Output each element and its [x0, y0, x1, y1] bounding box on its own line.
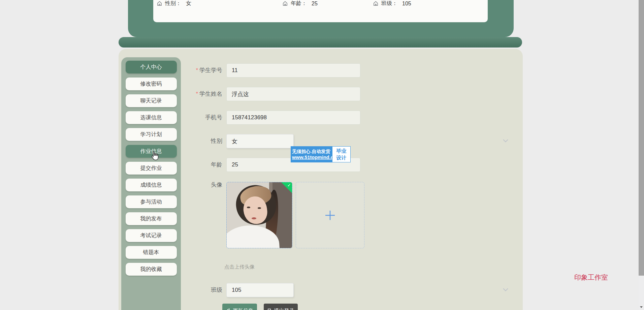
field-row-gender: 性别 女: [172, 134, 294, 148]
avatar-label: 头像: [172, 178, 222, 192]
house-icon: [157, 1, 162, 6]
watermark-text-block: 无须担心.自动发货 www.51topmind.com: [291, 146, 332, 162]
arrow-down-icon: [640, 306, 643, 308]
watermark-badge: 毕业设计: [332, 146, 351, 162]
profile-summary-row: 性别： 女 年龄： 25 班级： 105: [153, 0, 488, 7]
phone-label: 手机号: [172, 111, 222, 125]
sidebar: 个人中心 修改密码 聊天记录 选课信息 学习计划 作业信息 提交作业 成绩信息 …: [121, 57, 181, 310]
chevron-down-icon[interactable]: [503, 139, 509, 143]
sidebar-item-homework-info[interactable]: 作业信息: [126, 145, 177, 158]
watermark-ad: 无须担心.自动发货 www.51topmind.com 毕业设计: [291, 146, 351, 162]
house-icon: [373, 1, 379, 6]
sidebar-item-exam-records[interactable]: 考试记录: [126, 229, 177, 242]
summary-gender-label: 性别：: [165, 0, 181, 7]
sidebar-item-course-selection[interactable]: 选课信息: [126, 111, 177, 124]
gender-select[interactable]: 女: [226, 134, 294, 148]
sidebar-item-study-plan[interactable]: 学习计划: [126, 128, 177, 141]
header-base-bar: [119, 37, 522, 48]
house-icon: [282, 1, 288, 6]
age-label: 年龄: [172, 158, 222, 172]
field-row-class: 班级 105: [172, 283, 294, 297]
sidebar-item-activities[interactable]: 参与活动: [126, 195, 177, 208]
sidebar-item-grades-info[interactable]: 成绩信息: [126, 179, 177, 191]
sidebar-item-wrong-questions[interactable]: 错题本: [126, 246, 177, 259]
sidebar-item-submit-homework[interactable]: 提交作业: [126, 162, 177, 175]
chevron-down-icon[interactable]: [503, 288, 509, 292]
avatar-uploaded-photo[interactable]: ✓: [226, 182, 292, 248]
field-row-phone: 手机号 15874123698: [172, 111, 360, 125]
gender-label: 性别: [172, 134, 222, 148]
field-row-student-name: *学生姓名 浮点这: [172, 87, 360, 101]
student-name-label: *学生姓名: [172, 87, 222, 101]
sidebar-item-my-posts[interactable]: 我的发布: [126, 212, 177, 225]
field-row-avatar: 头像: [172, 178, 222, 192]
studio-label: 印象工作室: [574, 273, 608, 282]
avatar-upload-slot[interactable]: [296, 182, 364, 248]
sidebar-item-chat-records[interactable]: 聊天记录: [126, 94, 177, 107]
summary-gender: 性别： 女: [157, 0, 191, 7]
required-asterisk: *: [196, 67, 198, 73]
watermark-line1: 无须担心.自动发货: [292, 149, 331, 155]
upload-hint-text: 点击上传头像: [224, 264, 255, 270]
class-label: 班级: [172, 283, 222, 297]
phone-input[interactable]: 15874123698: [226, 111, 360, 125]
watermark-url: www.51topmind.com: [292, 155, 331, 160]
check-icon: ✓: [287, 183, 291, 188]
summary-class: 班级： 105: [373, 0, 411, 7]
class-select[interactable]: 105: [226, 283, 294, 297]
summary-class-label: 班级：: [381, 0, 397, 7]
field-row-student-id: *学生学号 11: [172, 63, 360, 78]
refresh-icon: [226, 308, 231, 310]
student-name-input[interactable]: 浮点这: [226, 87, 360, 101]
summary-age-value: 25: [312, 1, 318, 7]
student-id-label: *学生学号: [172, 63, 222, 78]
sidebar-item-change-password[interactable]: 修改密码: [126, 78, 177, 90]
logout-icon: [267, 308, 272, 310]
profile-summary-card: 性别： 女 年龄： 25 班级： 105: [153, 0, 488, 22]
plus-icon: [323, 209, 337, 222]
student-id-input[interactable]: 11: [226, 63, 360, 78]
summary-class-value: 105: [402, 1, 411, 7]
sidebar-item-personal-center[interactable]: 个人中心: [126, 61, 177, 73]
logout-button[interactable]: 退出登录: [264, 304, 298, 310]
scrollbar-down-button[interactable]: [639, 304, 644, 310]
student-profile-page: 性别： 女 年龄： 25 班级： 105 个人中心 修改密码 聊天记录 选课信息…: [0, 0, 644, 310]
update-info-button[interactable]: 更新信息: [222, 304, 257, 310]
sidebar-item-my-favorites[interactable]: 我的收藏: [126, 263, 177, 276]
summary-age-label: 年龄：: [291, 0, 307, 7]
scrollbar-thumb[interactable]: [639, 0, 644, 276]
summary-gender-value: 女: [186, 0, 191, 7]
required-asterisk: *: [196, 91, 198, 97]
summary-age: 年龄： 25: [282, 0, 318, 7]
